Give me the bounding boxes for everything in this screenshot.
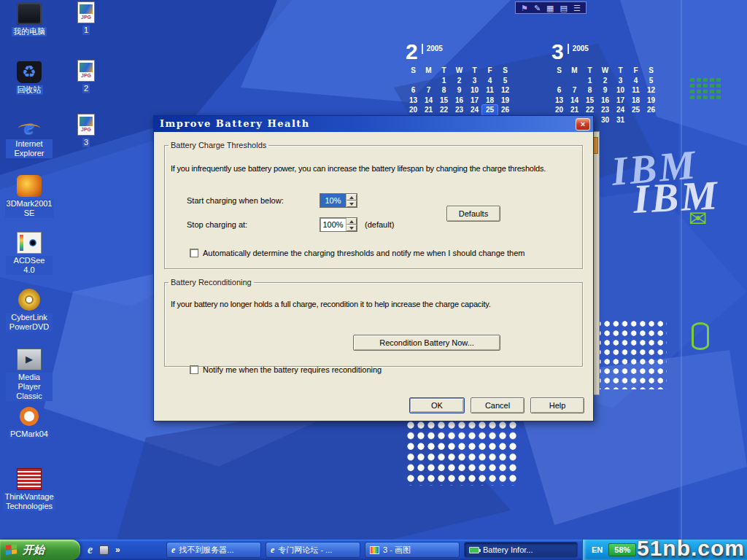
desktop-icon-internet-explorer[interactable]: e Internet Explorer [6,115,53,158]
calendar-cell: 22 [582,105,597,115]
desktop-icon-recycle-bin[interactable]: ♻ 回收站 [6,61,53,95]
calendar-cell: 9 [452,85,467,96]
ie-task-icon: e [271,545,274,556]
task-label: 找不到服务器... [179,542,233,557]
calendar-cell: W [597,66,613,76]
desktop-icon-label: ThinkVantage Technologies [3,492,55,511]
calendar-cell: 9 [597,85,613,96]
spin-down-button[interactable] [347,225,357,231]
default-note: (default) [365,220,394,229]
3dmark-icon [17,175,42,197]
spin-up-button[interactable] [347,218,357,225]
calendar-month-number: 2 [406,41,418,64]
calendar-cell: M [421,66,436,76]
calendar-cell: 10 [467,85,482,96]
quick-launch-app-icon[interactable] [99,545,109,555]
desktop-icon-label: 我的电脑 [12,27,47,36]
group-title: Battery Charge Thresholds [169,141,268,149]
watermark: 51nb.com [637,535,745,560]
acdsee-icon [17,232,42,254]
desktop-icon-powerdvd[interactable]: CyberLink PowerDVD [6,289,53,332]
pcmark-icon [20,407,39,426]
calendar-weekday-row: SMTWTFS [406,66,513,76]
battery-tray-indicator[interactable]: 58% [608,543,636,556]
calendar-cell: 20 [551,105,567,115]
calendar-cell: 26 [498,105,513,115]
desktop-icon-jpg-3[interactable]: JPG 3 [70,114,102,147]
stop-threshold-spinner[interactable]: 100% [320,217,357,232]
notify-recondition-checkbox[interactable] [190,365,198,374]
task-button-server-not-found[interactable]: e 找不到服务器... [166,542,261,558]
calendar-cell: 14 [567,96,582,106]
desktop-icon-pcmark04[interactable]: PCMark04 [6,405,53,439]
desktop-icon-jpg-1[interactable]: JPG 1 [70,1,102,35]
cancel-button[interactable]: Cancel [471,397,525,413]
start-button[interactable]: 开始 [0,540,80,560]
calendar-cell: M [567,66,582,76]
calendar-cell: T [613,66,628,76]
quick-launch-ie-icon[interactable]: e [88,543,93,556]
calendar-year: 2005 [422,44,443,54]
calendar-cell: 12 [643,85,659,96]
desktop-icon-label: 回收站 [16,85,43,95]
dialog-titlebar[interactable]: Improve Battery Health × [154,116,593,132]
defaults-button[interactable]: Defaults [446,206,500,222]
task-button-forum[interactable]: e 专门网论坛 - ... [266,542,360,558]
start-threshold-spinner[interactable]: 10% [320,193,357,208]
calendar-cell: 5 [498,76,513,86]
desktop-icon-my-computer[interactable]: 我的电脑 [6,3,53,36]
desktop-icon-label: Media Player Classic [6,373,53,401]
language-indicator[interactable]: EN [592,545,603,554]
calendar-cell [406,76,421,86]
desktop-icon-media-player-classic[interactable]: ▶ Media Player Classic [6,349,53,401]
calendar-year: 2005 [568,44,589,54]
grid-icon[interactable]: ▦ [546,3,554,13]
calendar-cell: 4 [628,76,643,86]
notify-recondition-checkbox-label: Notify me when the battery requires reco… [203,365,382,374]
menu-icon[interactable]: ☰ [573,3,581,13]
calendar-cell: 16 [452,96,467,106]
panel-icon[interactable]: ▤ [560,3,568,13]
calendar-cell: 31 [613,115,628,125]
calendar-cell: 20 [406,105,421,115]
calendar-cell: T [467,66,482,76]
quick-launch-more-chevron[interactable]: » [115,545,120,555]
task-button-paint[interactable]: 3 - 画图 [365,542,460,558]
desktop-icon-3dmark2001[interactable]: 3DMark2001 SE [6,175,53,218]
desktop-icon-jpg-2[interactable]: JPG 2 [70,60,102,93]
task-label: 专门网论坛 - ... [278,542,332,557]
stop-threshold-value[interactable]: 100% [320,218,346,231]
close-icon[interactable]: × [576,118,590,131]
recondition-battery-button[interactable]: Recondition Battery Now... [353,335,500,351]
calendar-cell: 17 [467,96,482,106]
envelope-icon: ✉ [689,206,707,231]
calendar-cell: 30 [597,115,613,125]
paint-task-icon [370,546,379,554]
help-button[interactable]: Help [530,397,584,413]
calendar-month-number: 3 [551,41,564,64]
ok-button[interactable]: OK [409,397,465,413]
desktop-icon-acdsee[interactable]: ACDSee 4.0 [6,232,53,275]
desktop-icon-thinkvantage[interactable]: ThinkVantage Technologies [6,468,53,511]
cylinder-icon [692,322,709,350]
calendar-cell: 8 [436,85,452,96]
calendar-march: 3 2005 SMTWTFS 1234567891011121314151617… [551,41,659,125]
auto-determine-checkbox-row: Automatically determine the charging thr… [190,249,525,257]
task-button-battery-information[interactable]: Battery Infor... [464,542,578,558]
desktop-icon-label: Internet Explorer [6,139,53,158]
calendar-cell: 25 [482,105,498,115]
desktop-icon-label: 1 [82,26,90,35]
recycle-bin-icon: ♻ [17,61,42,83]
calendar-header: 2 2005 [406,41,513,64]
ibm-logo-overlay: IBM [632,171,720,222]
calendar-cell: S [498,66,513,76]
spin-down-button[interactable] [347,201,357,207]
spin-up-button[interactable] [347,194,357,201]
flag-icon[interactable]: ⚑ [521,3,528,13]
pen-icon[interactable]: ✎ [534,3,541,13]
auto-determine-checkbox[interactable] [190,249,198,257]
start-threshold-value[interactable]: 10% [320,194,346,207]
calendar-cell: S [551,66,567,76]
calendar-weekday-row: SMTWTFS [551,66,659,76]
my-computer-icon [17,3,42,25]
